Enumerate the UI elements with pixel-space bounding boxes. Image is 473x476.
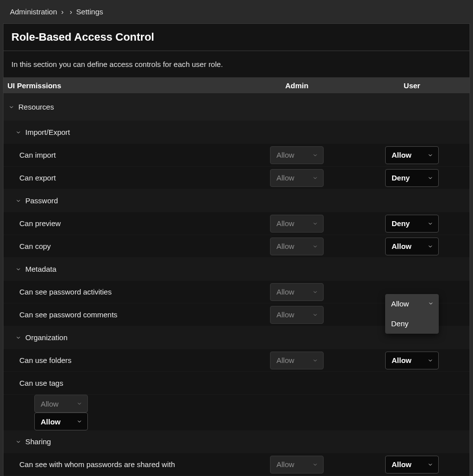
subsection-label: Organization [25,333,68,342]
user-select-can-copy[interactable]: Allow [385,238,439,255]
perm-label: Can use tags [19,379,63,387]
chevron-down-icon [14,128,22,136]
rbac-panel: Role-Based Access Control In this sectio… [3,23,470,476]
admin-select-can-export[interactable]: Allow [270,169,324,187]
breadcrumb: Administration › › Settings [0,0,473,23]
perm-label: Can import [19,151,56,159]
subsection-sharing[interactable]: Sharing [3,430,470,453]
chevron-down-icon [312,152,318,158]
perm-label: Can copy [19,242,51,250]
chevron-down-icon [312,312,318,318]
perm-can-see-password-activities: Can see password activities Allow Allow … [3,281,470,303]
chevron-down-icon [14,197,22,205]
admin-select-can-see-password-activities[interactable]: Allow [270,283,324,301]
breadcrumb-separator: › [69,7,72,16]
perm-can-preview: Can preview Allow Deny [3,212,470,235]
chevron-down-icon [76,418,82,424]
chevron-down-icon [312,357,318,363]
header-admin: Admin [239,81,354,90]
subsection-label: Import/Export [25,128,70,136]
perm-label: Can export [19,174,56,182]
chevron-down-icon [427,175,433,181]
chevron-down-icon [428,299,434,308]
perm-label: Can see with whom passwords are shared w… [19,460,175,469]
chevron-down-icon [312,462,318,468]
chevron-down-icon [427,357,433,363]
chevron-down-icon [14,265,22,273]
permissions-table-header: UI Permissions Admin User [3,77,470,93]
perm-can-export: Can export Allow Deny [3,167,470,189]
user-select-can-import[interactable]: Allow [385,146,439,164]
perm-can-use-folders: Can use folders Allow Allow [3,349,470,372]
breadcrumb-item-settings[interactable]: Settings [76,7,103,16]
perm-can-import: Can import Allow Allow [3,144,470,167]
chevron-down-icon [427,152,433,158]
subsection-import-export[interactable]: Import/Export [3,121,470,144]
chevron-down-icon [312,243,318,249]
subsection-label: Sharing [25,437,51,446]
perm-label: Can use folders [19,356,71,364]
subsection-metadata[interactable]: Metadata [3,258,470,281]
chevron-down-icon [312,221,318,227]
permissions-body: Resources Import/Export Can import Allow [3,93,470,430]
chevron-down-icon [427,243,433,249]
chevron-down-icon [7,103,15,111]
header-user: User [354,81,470,90]
perm-label: Can see password comments [19,310,118,319]
chevron-down-icon [427,221,433,227]
user-select-dropdown-open[interactable]: Allow Deny [385,294,439,334]
chevron-down-icon [76,401,82,407]
admin-select-can-copy[interactable]: Allow [270,238,324,255]
dropdown-option-deny[interactable]: Deny [385,314,439,334]
perm-can-see-shared-with: Can see with whom passwords are shared w… [3,453,470,476]
perm-can-copy: Can copy Allow Allow [3,235,470,258]
admin-select-can-see-password-comments[interactable]: Allow [270,306,324,324]
user-select-can-see-shared-with[interactable]: Allow [385,456,439,474]
header-ui-permissions: UI Permissions [3,81,239,90]
subsection-label: Password [25,196,58,205]
admin-select-can-use-folders[interactable]: Allow [270,352,324,369]
user-select-can-export[interactable]: Deny [385,169,439,187]
subsection-label: Metadata [25,265,57,273]
subsection-password[interactable]: Password [3,189,470,212]
chevron-down-icon [14,438,22,446]
perm-can-use-tags: Can use tags [3,372,470,395]
dropdown-option-allow[interactable]: Allow [385,294,439,314]
chevron-down-icon [427,462,433,468]
user-select-can-use-folders[interactable]: Allow [385,352,439,369]
perm-label: Can preview [19,219,61,228]
page-description: In this section you can define access co… [3,51,470,77]
section-resources[interactable]: Resources [3,93,470,121]
user-select-can-use-tags[interactable]: Allow [34,413,88,430]
admin-select-can-use-tags[interactable]: Allow [34,395,88,413]
breadcrumb-item-administration[interactable]: Administration [10,7,57,16]
admin-select-can-see-shared-with[interactable]: Allow [270,456,324,474]
admin-select-can-preview[interactable]: Allow [270,215,324,233]
chevron-down-icon [312,289,318,295]
breadcrumb-separator: › [61,7,64,16]
chevron-down-icon [312,175,318,181]
chevron-down-icon [14,334,22,342]
admin-select-can-import[interactable]: Allow [270,146,324,164]
section-label: Resources [18,103,54,111]
user-select-can-preview[interactable]: Deny [385,215,439,233]
page-title: Role-Based Access Control [3,24,470,51]
perm-label: Can see password activities [19,288,112,296]
